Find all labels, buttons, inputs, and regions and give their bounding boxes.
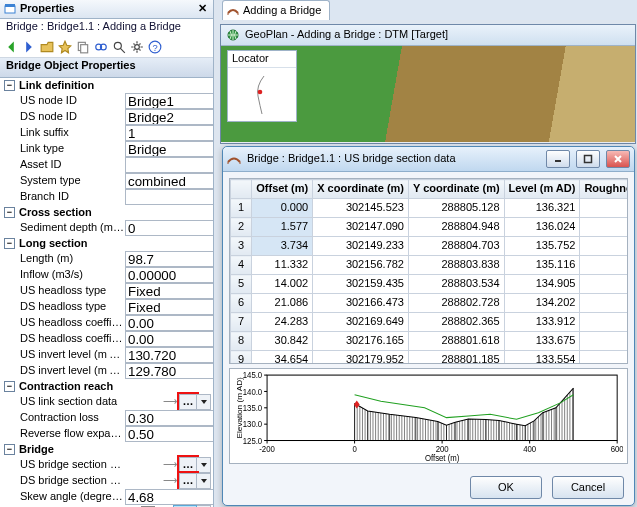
toolbar-link-icon[interactable]	[93, 39, 109, 55]
table-row[interactable]: 830.842302176.165288801.618133.6750.0450	[231, 332, 629, 351]
property-label: System type	[20, 174, 125, 187]
property-input[interactable]	[125, 315, 213, 331]
toolbar-copy-icon[interactable]	[75, 39, 91, 55]
dialog-max-button[interactable]	[576, 150, 600, 168]
section-toggle-icon[interactable]: −	[4, 381, 15, 392]
table-row[interactable]: 934.654302179.952288801.185133.5540.0450	[231, 351, 629, 365]
property-input[interactable]	[125, 410, 213, 426]
property-input[interactable]	[125, 157, 213, 173]
dropdown-button[interactable]	[197, 457, 211, 473]
svg-text:145.0: 145.0	[243, 371, 263, 380]
property-input[interactable]	[125, 220, 213, 236]
property-label: US node ID	[20, 94, 125, 107]
property-input[interactable]	[125, 267, 213, 283]
property-label: Length (m)	[20, 252, 125, 265]
ellipsis-button[interactable]	[179, 457, 197, 473]
section-toggle-icon[interactable]: −	[4, 238, 15, 249]
property-input[interactable]	[125, 283, 213, 299]
nav-fwd-button[interactable]	[21, 39, 37, 55]
property-row: Inflow (m3/s)#D	[2, 267, 213, 283]
ellipsis-button[interactable]	[179, 394, 197, 410]
property-row: System type	[2, 173, 213, 189]
table-row[interactable]: 514.002302159.435288803.534134.9050.0450	[231, 275, 629, 294]
property-input[interactable]	[125, 299, 213, 315]
toolbar-help-icon[interactable]: ?	[147, 39, 163, 55]
section-toggle-icon[interactable]: −	[4, 444, 15, 455]
properties-close-icon[interactable]: ✕	[195, 2, 209, 16]
section-toggle-icon[interactable]: −	[4, 207, 15, 218]
table-header[interactable]	[231, 180, 252, 199]
property-input[interactable]	[125, 363, 213, 379]
arrow-link	[125, 396, 179, 408]
property-input[interactable]	[125, 125, 213, 141]
bridge-icon	[227, 5, 239, 17]
ellipsis-button[interactable]	[179, 473, 197, 489]
document-tab[interactable]: Adding a Bridge	[222, 0, 330, 20]
dialog-titlebar: Bridge : Bridge1.1 : US bridge section d…	[223, 147, 634, 172]
table-row[interactable]: 10.000302145.523288805.128136.3210.0450	[231, 199, 629, 218]
svg-text:130.0: 130.0	[243, 420, 263, 429]
section-header[interactable]: −Link definition	[2, 78, 213, 93]
table-header[interactable]: Offset (m)	[252, 180, 313, 199]
property-label: US headloss type	[20, 284, 125, 297]
property-label: DS headloss coefficient	[20, 332, 125, 345]
dialog-close-button[interactable]	[606, 150, 630, 168]
property-label: DS bridge section data	[20, 474, 125, 487]
property-label: Asset ID	[20, 158, 125, 171]
property-row: Asset ID	[2, 157, 213, 173]
toolbar-open-icon[interactable]	[39, 39, 55, 55]
dialog-min-button[interactable]	[546, 150, 570, 168]
dropdown-button[interactable]	[197, 473, 211, 489]
nav-back-button[interactable]	[3, 39, 19, 55]
svg-text:135.0: 135.0	[243, 404, 263, 413]
property-row: Sediment depth (mm)#D	[2, 220, 213, 236]
table-row[interactable]: 21.577302147.090288804.948136.0240.0450	[231, 218, 629, 237]
toolbar-star-icon[interactable]	[57, 39, 73, 55]
property-input[interactable]	[125, 347, 213, 363]
table-header[interactable]: Y coordinate (m)	[409, 180, 505, 199]
toolbar-find-icon[interactable]	[111, 39, 127, 55]
property-row: US headloss coefficient#D	[2, 315, 213, 331]
property-row: DS headloss type#D	[2, 299, 213, 315]
table-header[interactable]: X coordinate (m)	[313, 180, 409, 199]
property-input[interactable]	[125, 173, 213, 189]
property-input[interactable]	[125, 109, 213, 125]
property-input[interactable]	[125, 331, 213, 347]
property-row: DS bridge section data	[2, 473, 213, 489]
property-label: Link suffix	[20, 126, 125, 139]
property-input[interactable]	[125, 93, 213, 109]
section-table-wrap[interactable]: Offset (m)X coordinate (m)Y coordinate (…	[229, 178, 628, 364]
property-input[interactable]	[125, 251, 213, 267]
section-header[interactable]: −Contraction reach	[2, 379, 213, 394]
property-input[interactable]	[125, 489, 213, 505]
property-label: Contraction loss	[20, 411, 125, 424]
table-row[interactable]: 621.086302166.473288802.728134.2020.0450	[231, 294, 629, 313]
property-row: Skew angle (degrees)#D	[2, 489, 213, 505]
bridge-section-dialog: Bridge : Bridge1.1 : US bridge section d…	[222, 146, 635, 506]
property-row: Length (m)#D	[2, 251, 213, 267]
arrow-link	[125, 475, 179, 487]
property-row: Branch ID	[2, 189, 213, 205]
cancel-button[interactable]: Cancel	[552, 476, 624, 499]
table-row[interactable]: 724.283302169.649288802.365133.9120.0450	[231, 313, 629, 332]
table-row[interactable]: 33.734302149.233288804.703135.7520.0450	[231, 237, 629, 256]
toolbar-settings-icon[interactable]	[129, 39, 145, 55]
table-row[interactable]: 411.332302156.782288803.838135.1160.0450	[231, 256, 629, 275]
dropdown-button[interactable]	[197, 394, 211, 410]
table-header[interactable]: Level (m AD)	[504, 180, 580, 199]
section-toggle-icon[interactable]: −	[4, 80, 15, 91]
properties-grid[interactable]: −Link definitionUS node IDDS node IDLink…	[0, 78, 213, 507]
section-header[interactable]: −Bridge	[2, 442, 213, 457]
properties-panel: Properties ✕ Bridge : Bridge1.1 : Adding…	[0, 0, 214, 507]
property-input[interactable]	[125, 141, 213, 157]
geoplan-canvas[interactable]: Locator	[221, 46, 635, 142]
properties-titlebar: Properties ✕	[0, 0, 213, 19]
property-input[interactable]	[125, 189, 213, 205]
section-header[interactable]: −Long section	[2, 236, 213, 251]
svg-text:Elevation (m AD): Elevation (m AD)	[235, 377, 244, 439]
svg-text:0: 0	[352, 445, 357, 454]
section-header[interactable]: −Cross section	[2, 205, 213, 220]
table-header[interactable]: Roughness Manning's n	[580, 180, 628, 199]
property-input[interactable]	[125, 426, 213, 442]
ok-button[interactable]: OK	[470, 476, 542, 499]
